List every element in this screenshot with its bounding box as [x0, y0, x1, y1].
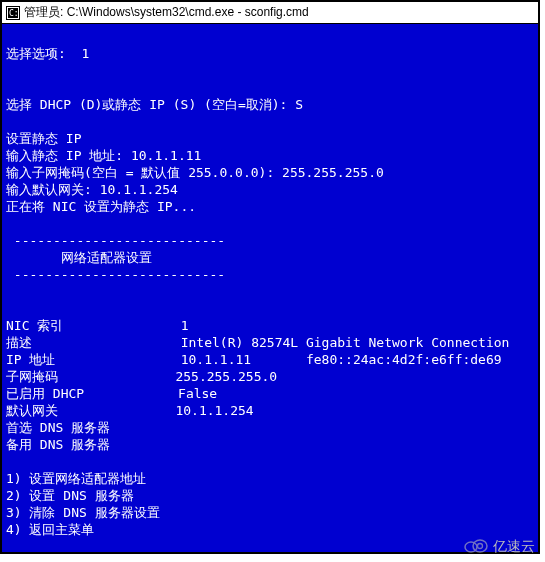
line: 输入默认网关: 10.1.1.254: [6, 182, 178, 197]
menu-option-2: 2) 设置 DNS 服务器: [6, 488, 134, 503]
menu-option-3: 3) 清除 DNS 服务器设置: [6, 505, 160, 520]
secondary-dns: 备用 DNS 服务器: [6, 437, 110, 452]
divider: ---------------------------: [6, 233, 225, 248]
svg-point-5: [473, 540, 487, 552]
dhcp-enabled: 已启用 DHCP False: [6, 386, 217, 401]
menu-option-1: 1) 设置网络适配器地址: [6, 471, 146, 486]
titlebar-text: 管理员: C:\Windows\system32\cmd.exe - sconf…: [24, 4, 309, 21]
primary-dns: 首选 DNS 服务器: [6, 420, 110, 435]
cmd-window: C: 管理员: C:\Windows\system32\cmd.exe - sc…: [0, 0, 540, 554]
nic-index: NIC 索引 1: [6, 318, 189, 333]
watermark-text: 亿速云: [493, 538, 535, 556]
line: 选择选项: 1: [6, 46, 89, 61]
svg-text:C:: C:: [9, 9, 19, 18]
titlebar[interactable]: C: 管理员: C:\Windows\system32\cmd.exe - sc…: [2, 2, 538, 24]
line: 选择 DHCP (D)或静态 IP (S) (空白=取消): S: [6, 97, 303, 112]
section-header: 网络适配器设置: [6, 250, 152, 265]
line: 输入子网掩码(空白 = 默认值 255.0.0.0): 255.255.255.…: [6, 165, 384, 180]
default-gateway: 默认网关 10.1.1.254: [6, 403, 254, 418]
line: 设置静态 IP: [6, 131, 81, 146]
line: 输入静态 IP 地址: 10.1.1.11: [6, 148, 201, 163]
cmd-icon: C:: [6, 6, 20, 20]
ip-address: IP 地址 10.1.1.11 fe80::24ac:4d2f:e6ff:de6…: [6, 352, 502, 367]
prompt: 选择选项:: [6, 556, 66, 562]
line: 正在将 NIC 设置为静态 IP...: [6, 199, 196, 214]
watermark: 亿速云: [463, 537, 535, 556]
console-output[interactable]: 选择选项: 1 选择 DHCP (D)或静态 IP (S) (空白=取消): S…: [2, 24, 538, 552]
cloud-icon: [463, 537, 489, 556]
subnet-mask: 子网掩码 255.255.255.0: [6, 369, 277, 384]
svg-point-6: [478, 544, 483, 549]
nic-description: 描述 Intel(R) 82574L Gigabit Network Conne…: [6, 335, 509, 350]
divider: ---------------------------: [6, 267, 225, 282]
menu-option-4: 4) 返回主菜单: [6, 522, 94, 537]
